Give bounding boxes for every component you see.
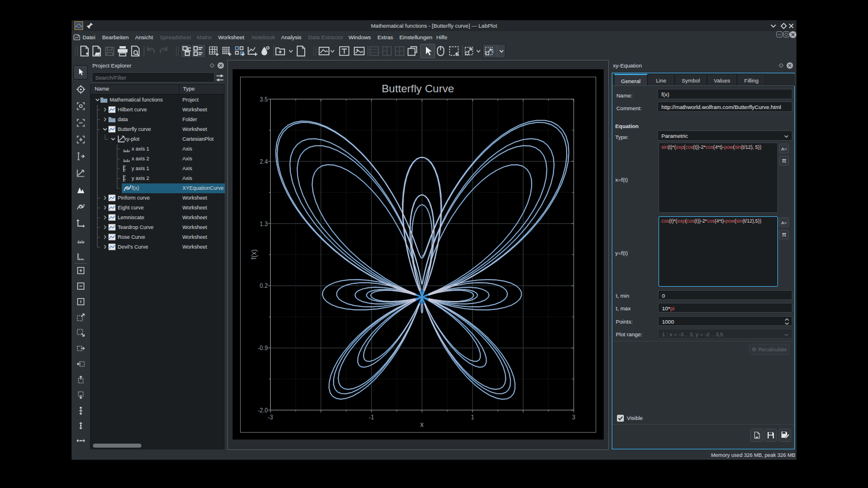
svg-text:x: x	[420, 421, 424, 429]
svg-text:-3: -3	[268, 414, 273, 421]
svg-text:3.5: 3.5	[260, 96, 268, 103]
svg-text:1: 1	[492, 48, 495, 54]
svg-text:1.3: 1.3	[260, 221, 268, 227]
svg-text:f(x): f(x)	[250, 249, 258, 259]
svg-text:1: 1	[471, 414, 474, 421]
svg-text:-0.9: -0.9	[258, 345, 268, 351]
svg-text:0.2: 0.2	[260, 283, 268, 289]
svg-text:2.4: 2.4	[260, 159, 268, 165]
svg-text:3: 3	[572, 414, 575, 421]
svg-text:Butterfly Curve: Butterfly Curve	[381, 82, 454, 95]
svg-text:-2.0: -2.0	[258, 407, 268, 414]
svg-text:-1: -1	[369, 414, 374, 421]
